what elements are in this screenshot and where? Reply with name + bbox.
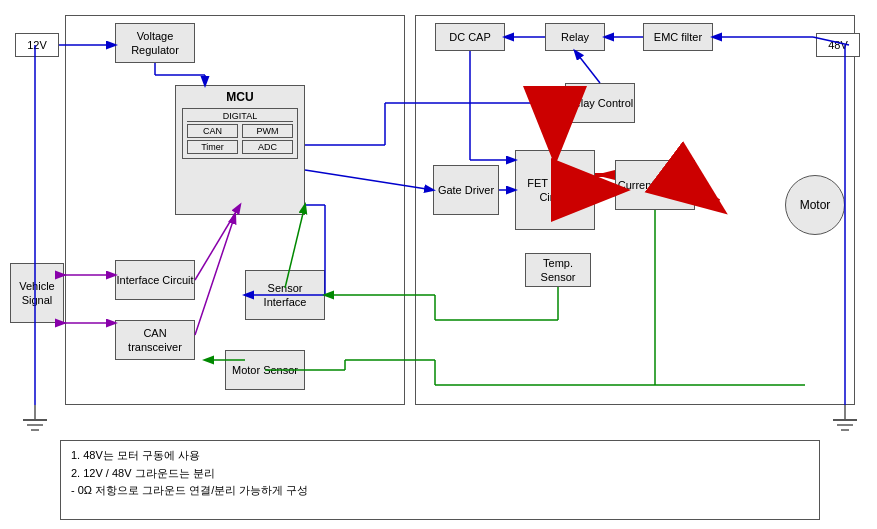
mcu-adc: ADC	[242, 140, 293, 154]
dc-cap-block: DC CAP	[435, 23, 505, 51]
mcu-pwm: PWM	[242, 124, 293, 138]
gate-driver-label: Gate Driver	[438, 183, 494, 197]
note-line1: 1. 48V는 모터 구동에 사용	[71, 447, 809, 465]
temp-sensor-block: Temp. Sensor	[525, 253, 591, 287]
motor-sensor-label: Motor Sensor	[232, 363, 298, 377]
note-line2: 2. 12V / 48V 그라운드는 분리	[71, 465, 809, 483]
diagram-area: 12V 48V Voltage Regulator MCU DIGITAL CA…	[5, 5, 865, 435]
mcu-digital-label: DIGITAL	[187, 111, 293, 122]
can-transceiver-label: CAN transceiver	[116, 326, 194, 355]
fet-bridge-block: FET Bridge Circuit	[515, 150, 595, 230]
relay-block: Relay	[545, 23, 605, 51]
relay-control-label: Relay Control	[567, 96, 634, 110]
emc-filter-label: EMC filter	[654, 30, 702, 44]
interface-circuit-block: Interface Circuit	[115, 260, 195, 300]
relay-label: Relay	[561, 30, 589, 44]
relay-control-block: Relay Control	[565, 83, 635, 123]
motor-label: Motor	[800, 198, 831, 212]
mcu-block: MCU DIGITAL CAN PWM Timer ADC	[175, 85, 305, 215]
vehicle-signal-block: Vehicle Signal	[10, 263, 64, 323]
mcu-digital-section: DIGITAL CAN PWM Timer ADC	[182, 108, 298, 159]
temp-sensor-label: Temp. Sensor	[526, 256, 590, 285]
voltage-regulator-block: Voltage Regulator	[115, 23, 195, 63]
note-line3: - 0Ω 저항으로 그라운드 연결/분리 가능하게 구성	[71, 482, 809, 500]
current-sensor-label: Current Sensor	[618, 178, 693, 192]
interface-circuit-label: Interface Circuit	[116, 273, 193, 287]
dc-cap-label: DC CAP	[449, 30, 491, 44]
fet-bridge-label: FET Bridge Circuit	[516, 176, 594, 205]
emc-filter-block: EMC filter	[643, 23, 713, 51]
48v-label: 48V	[828, 39, 848, 51]
sensor-interface-block: Sensor Interface	[245, 270, 325, 320]
sensor-interface-label: Sensor Interface	[246, 281, 324, 310]
12v-source: 12V	[15, 33, 59, 57]
notes-box: 1. 48V는 모터 구동에 사용 2. 12V / 48V 그라운드는 분리 …	[60, 440, 820, 520]
motor-sensor-block: Motor Sensor	[225, 350, 305, 390]
motor-block: Motor	[785, 175, 845, 235]
mcu-can: CAN	[187, 124, 238, 138]
gate-driver-block: Gate Driver	[433, 165, 499, 215]
can-transceiver-block: CAN transceiver	[115, 320, 195, 360]
current-sensor-block: Current Sensor	[615, 160, 695, 210]
voltage-regulator-label: Voltage Regulator	[116, 29, 194, 58]
12v-label: 12V	[27, 39, 47, 51]
48v-source: 48V	[816, 33, 860, 57]
mcu-timer: Timer	[187, 140, 238, 154]
vehicle-signal-label: Vehicle Signal	[11, 279, 63, 308]
mcu-title: MCU	[176, 86, 304, 106]
